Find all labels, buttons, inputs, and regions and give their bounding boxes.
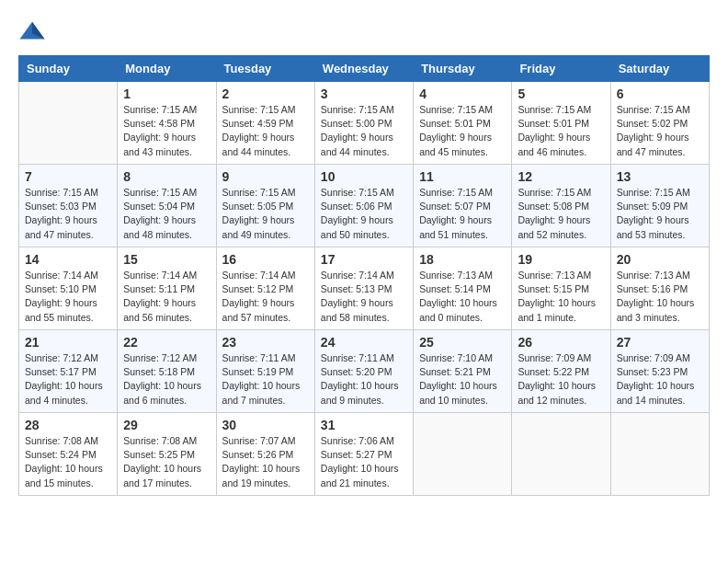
day-info: Sunrise: 7:09 AM Sunset: 5:22 PM Dayligh…	[518, 351, 604, 408]
day-cell: 30Sunrise: 7:07 AM Sunset: 5:26 PM Dayli…	[216, 413, 314, 496]
day-cell	[512, 413, 610, 496]
day-number: 27	[617, 335, 703, 350]
day-cell	[610, 413, 709, 496]
col-header-monday: Monday	[118, 56, 216, 82]
day-number: 8	[123, 169, 210, 184]
day-cell: 21Sunrise: 7:12 AM Sunset: 5:17 PM Dayli…	[19, 330, 118, 413]
day-number: 26	[518, 335, 604, 350]
col-header-tuesday: Tuesday	[216, 56, 314, 82]
day-cell: 5Sunrise: 7:15 AM Sunset: 5:01 PM Daylig…	[512, 82, 610, 165]
day-info: Sunrise: 7:15 AM Sunset: 5:02 PM Dayligh…	[617, 103, 703, 159]
day-cell: 20Sunrise: 7:13 AM Sunset: 5:16 PM Dayli…	[610, 247, 709, 330]
day-info: Sunrise: 7:13 AM Sunset: 5:14 PM Dayligh…	[419, 269, 506, 325]
day-cell: 25Sunrise: 7:10 AM Sunset: 5:21 PM Dayli…	[414, 330, 512, 413]
day-info: Sunrise: 7:08 AM Sunset: 5:25 PM Dayligh…	[123, 434, 210, 490]
day-cell: 11Sunrise: 7:15 AM Sunset: 5:07 PM Dayli…	[414, 165, 512, 247]
day-number: 11	[419, 169, 506, 184]
day-info: Sunrise: 7:11 AM Sunset: 5:19 PM Dayligh…	[222, 351, 309, 408]
day-cell: 31Sunrise: 7:06 AM Sunset: 5:27 PM Dayli…	[314, 413, 413, 496]
day-number: 19	[518, 252, 604, 267]
day-info: Sunrise: 7:09 AM Sunset: 5:23 PM Dayligh…	[617, 351, 703, 408]
day-cell	[19, 82, 118, 165]
day-cell: 8Sunrise: 7:15 AM Sunset: 5:04 PM Daylig…	[118, 165, 216, 247]
day-cell: 6Sunrise: 7:15 AM Sunset: 5:02 PM Daylig…	[610, 82, 709, 165]
day-info: Sunrise: 7:15 AM Sunset: 5:05 PM Dayligh…	[222, 186, 309, 242]
day-info: Sunrise: 7:14 AM Sunset: 5:11 PM Dayligh…	[123, 269, 210, 325]
day-number: 29	[123, 418, 210, 432]
day-cell: 17Sunrise: 7:14 AM Sunset: 5:13 PM Dayli…	[314, 247, 413, 330]
day-info: Sunrise: 7:08 AM Sunset: 5:24 PM Dayligh…	[25, 434, 111, 490]
day-cell: 4Sunrise: 7:15 AM Sunset: 5:01 PM Daylig…	[414, 82, 512, 165]
day-cell	[414, 413, 512, 496]
day-cell: 12Sunrise: 7:15 AM Sunset: 5:08 PM Dayli…	[512, 165, 610, 247]
day-number: 25	[419, 335, 506, 350]
day-info: Sunrise: 7:15 AM Sunset: 5:00 PM Dayligh…	[321, 103, 407, 159]
week-row-2: 7Sunrise: 7:15 AM Sunset: 5:03 PM Daylig…	[19, 165, 710, 247]
col-header-friday: Friday	[512, 56, 610, 82]
day-cell: 18Sunrise: 7:13 AM Sunset: 5:14 PM Dayli…	[414, 247, 512, 330]
day-number: 12	[518, 169, 604, 184]
week-row-4: 21Sunrise: 7:12 AM Sunset: 5:17 PM Dayli…	[19, 330, 710, 413]
day-number: 20	[617, 252, 703, 267]
day-info: Sunrise: 7:14 AM Sunset: 5:13 PM Dayligh…	[321, 269, 407, 325]
day-info: Sunrise: 7:15 AM Sunset: 5:06 PM Dayligh…	[321, 186, 407, 242]
day-number: 2	[222, 86, 309, 101]
calendar-table: SundayMondayTuesdayWednesdayThursdayFrid…	[18, 55, 710, 496]
day-info: Sunrise: 7:15 AM Sunset: 4:58 PM Dayligh…	[123, 103, 210, 159]
day-info: Sunrise: 7:15 AM Sunset: 5:01 PM Dayligh…	[419, 103, 506, 159]
day-cell: 7Sunrise: 7:15 AM Sunset: 5:03 PM Daylig…	[19, 165, 118, 247]
day-number: 14	[25, 252, 111, 267]
day-info: Sunrise: 7:13 AM Sunset: 5:16 PM Dayligh…	[617, 269, 703, 325]
day-info: Sunrise: 7:15 AM Sunset: 5:08 PM Dayligh…	[518, 186, 604, 242]
day-info: Sunrise: 7:15 AM Sunset: 4:59 PM Dayligh…	[222, 103, 309, 159]
day-info: Sunrise: 7:15 AM Sunset: 5:03 PM Dayligh…	[25, 186, 111, 242]
day-number: 30	[222, 418, 309, 432]
day-cell: 27Sunrise: 7:09 AM Sunset: 5:23 PM Dayli…	[610, 330, 709, 413]
week-row-3: 14Sunrise: 7:14 AM Sunset: 5:10 PM Dayli…	[19, 247, 710, 330]
day-info: Sunrise: 7:13 AM Sunset: 5:15 PM Dayligh…	[518, 269, 604, 325]
col-header-sunday: Sunday	[19, 56, 118, 82]
day-cell: 28Sunrise: 7:08 AM Sunset: 5:24 PM Dayli…	[19, 413, 118, 496]
day-cell: 15Sunrise: 7:14 AM Sunset: 5:11 PM Dayli…	[118, 247, 216, 330]
day-cell: 29Sunrise: 7:08 AM Sunset: 5:25 PM Dayli…	[118, 413, 216, 496]
col-header-thursday: Thursday	[414, 56, 512, 82]
day-number: 6	[617, 86, 703, 101]
day-number: 9	[222, 169, 309, 184]
day-number: 28	[25, 418, 111, 432]
day-info: Sunrise: 7:15 AM Sunset: 5:09 PM Dayligh…	[617, 186, 703, 242]
day-number: 7	[25, 169, 111, 184]
day-info: Sunrise: 7:14 AM Sunset: 5:12 PM Dayligh…	[222, 269, 309, 325]
day-number: 17	[321, 252, 407, 267]
col-header-wednesday: Wednesday	[314, 56, 413, 82]
day-info: Sunrise: 7:07 AM Sunset: 5:26 PM Dayligh…	[222, 434, 309, 490]
day-number: 18	[419, 252, 506, 267]
day-number: 10	[321, 169, 407, 184]
day-number: 15	[123, 252, 210, 267]
day-info: Sunrise: 7:12 AM Sunset: 5:17 PM Dayligh…	[25, 351, 111, 408]
day-cell: 24Sunrise: 7:11 AM Sunset: 5:20 PM Dayli…	[314, 330, 413, 413]
day-info: Sunrise: 7:15 AM Sunset: 5:07 PM Dayligh…	[419, 186, 506, 242]
day-cell: 2Sunrise: 7:15 AM Sunset: 4:59 PM Daylig…	[216, 82, 314, 165]
day-info: Sunrise: 7:14 AM Sunset: 5:10 PM Dayligh…	[25, 269, 111, 325]
day-cell: 26Sunrise: 7:09 AM Sunset: 5:22 PM Dayli…	[512, 330, 610, 413]
day-cell: 22Sunrise: 7:12 AM Sunset: 5:18 PM Dayli…	[118, 330, 216, 413]
day-number: 1	[123, 86, 210, 101]
day-number: 5	[518, 86, 604, 101]
day-info: Sunrise: 7:12 AM Sunset: 5:18 PM Dayligh…	[123, 351, 210, 408]
day-number: 4	[419, 86, 506, 101]
day-info: Sunrise: 7:15 AM Sunset: 5:01 PM Dayligh…	[518, 103, 604, 159]
day-cell: 23Sunrise: 7:11 AM Sunset: 5:19 PM Dayli…	[216, 330, 314, 413]
day-number: 3	[321, 86, 407, 101]
week-row-5: 28Sunrise: 7:08 AM Sunset: 5:24 PM Dayli…	[19, 413, 710, 496]
logo-icon	[18, 18, 46, 46]
logo	[18, 18, 50, 46]
day-number: 21	[25, 335, 111, 350]
day-cell: 16Sunrise: 7:14 AM Sunset: 5:12 PM Dayli…	[216, 247, 314, 330]
day-cell: 13Sunrise: 7:15 AM Sunset: 5:09 PM Dayli…	[610, 165, 709, 247]
header-row: SundayMondayTuesdayWednesdayThursdayFrid…	[19, 56, 710, 82]
day-info: Sunrise: 7:15 AM Sunset: 5:04 PM Dayligh…	[123, 186, 210, 242]
day-cell: 1Sunrise: 7:15 AM Sunset: 4:58 PM Daylig…	[118, 82, 216, 165]
col-header-saturday: Saturday	[610, 56, 709, 82]
day-cell: 10Sunrise: 7:15 AM Sunset: 5:06 PM Dayli…	[314, 165, 413, 247]
day-number: 23	[222, 335, 309, 350]
